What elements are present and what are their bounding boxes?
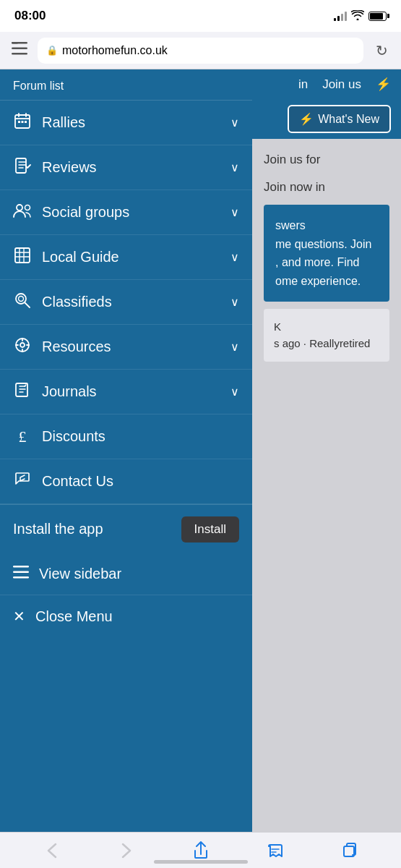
browser-menu-icon[interactable] [9, 42, 30, 59]
gray-bottom-section: K s ago · Reallyretired [264, 309, 389, 362]
social-groups-chevron: ∨ [230, 205, 239, 219]
discounts-icon: £ [13, 427, 32, 446]
svg-point-13 [19, 297, 24, 302]
wifi-icon [351, 10, 364, 22]
svg-rect-17 [13, 571, 29, 574]
status-time: 08:00 [14, 9, 46, 23]
resources-icon [13, 336, 32, 357]
view-sidebar-row[interactable]: View sidebar [0, 553, 252, 595]
forum-list-header: Forum list [0, 69, 252, 101]
reviews-chevron: ∨ [230, 161, 239, 174]
resources-label: Resources [42, 339, 111, 355]
rallies-chevron: ∨ [230, 116, 239, 129]
local-guide-icon [13, 247, 32, 268]
svg-rect-7 [25, 121, 27, 123]
svg-rect-5 [18, 121, 20, 123]
svg-rect-8 [16, 158, 26, 173]
browser-bar: 🔒 motorhomefun.co.uk ↻ [0, 32, 401, 69]
sign-in-link[interactable]: in [298, 77, 308, 92]
social-groups-icon [13, 203, 32, 222]
forward-button[interactable] [111, 835, 142, 867]
discounts-label: Discounts [42, 428, 105, 445]
close-menu-label: Close Menu [35, 608, 113, 625]
right-panel: in Join us ⚡ ⚡ What's New Join us for Jo… [252, 69, 401, 832]
home-indicator [154, 860, 248, 864]
svg-point-10 [25, 205, 30, 210]
join-us-for-text: Join us for [264, 150, 389, 169]
sidebar-item-classifieds[interactable]: Classifieds ∨ [0, 280, 252, 325]
resources-chevron: ∨ [230, 340, 239, 354]
svg-rect-2 [12, 53, 27, 55]
svg-rect-16 [13, 566, 29, 568]
svg-rect-6 [22, 121, 24, 123]
sidebar-item-resources[interactable]: Resources ∨ [0, 325, 252, 370]
journals-label: Journals [42, 383, 97, 400]
lightning-nav-icon: ⚡ [376, 77, 391, 92]
right-top-bar: in Join us ⚡ [252, 69, 401, 99]
svg-rect-3 [12, 42, 18, 44]
body-text: me questions. Join, and more. Findome ex… [275, 235, 378, 291]
sidebar-item-reviews[interactable]: Reviews ∨ [0, 145, 252, 190]
whats-new-icon: ⚡ [299, 112, 314, 126]
contact-us-label: Contact Us [42, 473, 113, 490]
svg-rect-11 [15, 248, 30, 263]
lock-icon: 🔒 [46, 45, 58, 56]
classifieds-icon [13, 292, 32, 312]
reviews-label: Reviews [42, 159, 97, 176]
join-now-text: Join now in [264, 178, 389, 197]
local-guide-label: Local Guide [42, 249, 119, 265]
sidebar-item-rallies[interactable]: Rallies ∨ [0, 101, 252, 145]
whats-new-button[interactable]: ⚡ What's New [288, 105, 391, 133]
answers-text: swers [275, 216, 378, 235]
view-sidebar-icon [13, 566, 29, 582]
rallies-icon [13, 112, 32, 133]
join-us-link[interactable]: Join us [322, 77, 361, 92]
close-menu-row[interactable]: ✕ Close Menu [0, 595, 252, 637]
svg-point-9 [17, 205, 22, 210]
svg-point-15 [20, 343, 25, 347]
join-now-block: Join now in [264, 178, 389, 197]
browser-url: motorhomefun.co.uk [62, 44, 168, 57]
sidebar-item-contact-us[interactable]: Contact Us [0, 459, 252, 504]
back-button[interactable] [36, 835, 68, 867]
svg-rect-1 [12, 48, 27, 50]
reload-icon[interactable]: ↻ [371, 42, 392, 59]
classifieds-label: Classifieds [42, 294, 112, 310]
sidebar-item-local-guide[interactable]: Local Guide ∨ [0, 235, 252, 280]
install-button[interactable]: Install [181, 516, 239, 542]
menu-panel: Forum list Rallies ∨ [0, 69, 252, 832]
sidebar-item-social-groups[interactable]: Social groups ∨ [0, 190, 252, 235]
battery-icon [368, 12, 387, 21]
dark-answers-section: swers me questions. Join, and more. Find… [264, 205, 389, 302]
journals-chevron: ∨ [230, 385, 239, 399]
install-app-label: Install the app [13, 521, 103, 537]
main-area: Forum list Rallies ∨ [0, 69, 401, 832]
signal-icon [334, 11, 347, 21]
address-bar[interactable]: 🔒 motorhomefun.co.uk [38, 38, 363, 64]
svg-rect-18 [13, 576, 29, 579]
whats-new-label: What's New [318, 113, 379, 126]
local-guide-chevron: ∨ [230, 250, 239, 264]
sidebar-item-discounts[interactable]: £ Discounts [0, 414, 252, 459]
bookmarks-button[interactable] [259, 835, 291, 867]
classifieds-chevron: ∨ [230, 295, 239, 309]
social-groups-label: Social groups [42, 204, 129, 221]
join-us-for-block: Join us for [264, 150, 389, 169]
sidebar-item-journals[interactable]: Journals ∨ [0, 370, 252, 414]
tabs-button[interactable] [334, 835, 366, 867]
bottom-label: K [274, 319, 379, 336]
journals-icon [13, 381, 32, 402]
status-icons [334, 10, 387, 22]
close-menu-icon: ✕ [13, 608, 25, 625]
reviews-icon [13, 157, 32, 178]
view-sidebar-label: View sidebar [39, 566, 121, 582]
contact-us-icon [13, 472, 32, 491]
install-app-row: Install the app Install [0, 504, 252, 553]
status-bar: 08:00 [0, 0, 401, 32]
time-text: s ago · Reallyretired [274, 336, 379, 352]
rallies-label: Rallies [42, 114, 85, 131]
right-content: Join us for Join now in swers me questio… [252, 139, 401, 373]
